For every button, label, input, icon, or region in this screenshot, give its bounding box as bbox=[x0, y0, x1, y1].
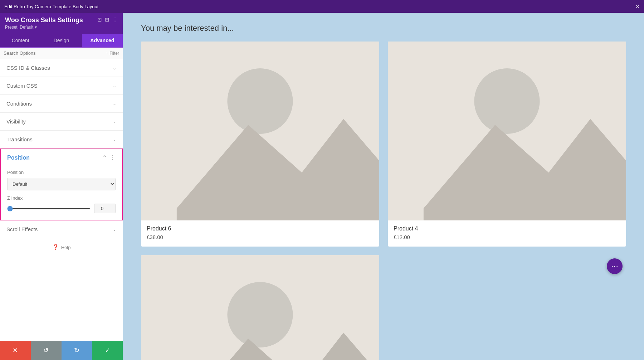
title-bar-text: Edit Retro Toy Camera Template Body Layo… bbox=[4, 4, 98, 9]
product-card-1: Product 4 £12.00 bbox=[388, 42, 626, 247]
sidebar-header-row: Woo Cross Sells Settings Preset: Default… bbox=[5, 16, 118, 30]
svg-point-5 bbox=[474, 68, 540, 134]
responsive-icon[interactable]: ⊡ bbox=[97, 16, 102, 23]
preview-title: You may be interested in... bbox=[141, 24, 626, 33]
z-index-slider[interactable] bbox=[7, 208, 91, 209]
sidebar: Woo Cross Sells Settings Preset: Default… bbox=[0, 13, 123, 360]
tab-advanced[interactable]: Advanced bbox=[82, 34, 123, 47]
tab-content[interactable]: Content bbox=[0, 34, 41, 47]
more-options-icon[interactable]: ⋮ bbox=[112, 16, 118, 23]
z-index-row: Z Index bbox=[7, 195, 116, 213]
accordion-scroll-effects: Scroll Effects ⌄ bbox=[0, 220, 123, 238]
filter-button[interactable]: + Filter bbox=[106, 51, 119, 56]
svg-point-9 bbox=[227, 282, 293, 347]
z-index-input[interactable] bbox=[94, 204, 116, 213]
product-image-0 bbox=[141, 42, 379, 220]
product-name-0: Product 6 bbox=[147, 225, 374, 232]
redo-button[interactable]: ↻ bbox=[62, 341, 92, 360]
columns-icon[interactable]: ⊞ bbox=[105, 16, 109, 23]
floating-action-button[interactable]: ⋯ bbox=[607, 258, 623, 274]
tab-design[interactable]: Design bbox=[41, 34, 82, 47]
position-title: Position bbox=[7, 155, 30, 161]
accordion-label-conditions: Conditions bbox=[6, 101, 32, 107]
product-price-1: £12.00 bbox=[394, 234, 620, 240]
chevron-down-icon: ⌄ bbox=[113, 137, 116, 142]
slider-row bbox=[7, 204, 116, 213]
z-index-label: Z Index bbox=[7, 195, 116, 201]
accordion-custom-css: Custom CSS ⌄ bbox=[0, 77, 123, 95]
help-icon: ❓ bbox=[52, 244, 59, 250]
accordion-header-css-id-classes[interactable]: CSS ID & Classes ⌄ bbox=[0, 59, 123, 77]
product-card-2: Product 3 bbox=[141, 255, 379, 360]
undo-button[interactable]: ↺ bbox=[31, 341, 62, 360]
position-field-label: Position bbox=[7, 170, 116, 175]
product-image-2 bbox=[141, 255, 379, 360]
accordion-conditions: Conditions ⌄ bbox=[0, 95, 123, 113]
preview-area: You may be interested in... Product 6 £3… bbox=[123, 13, 644, 360]
position-header-icons: ⌃ ⋮ bbox=[102, 154, 116, 161]
accordion-css-id-classes: CSS ID & Classes ⌄ bbox=[0, 59, 123, 77]
accordion-label-transitions: Transitions bbox=[6, 136, 33, 142]
chevron-down-icon: ⌄ bbox=[113, 65, 116, 70]
svg-point-1 bbox=[227, 68, 293, 134]
title-bar: Edit Retro Toy Camera Template Body Layo… bbox=[0, 0, 644, 13]
product-info-0: Product 6 £38.00 bbox=[141, 220, 379, 247]
preset-selector[interactable]: Preset: Default ▾ bbox=[5, 25, 83, 30]
position-body: Position Default Static Relative Absolut… bbox=[1, 166, 122, 220]
close-button[interactable]: ✕ bbox=[635, 3, 640, 10]
accordion-label-custom-css: Custom CSS bbox=[6, 83, 38, 89]
sidebar-module-info: Woo Cross Sells Settings Preset: Default… bbox=[5, 16, 83, 30]
accordion-header-transitions[interactable]: Transitions ⌄ bbox=[0, 131, 123, 148]
header-icons: ⊡ ⊞ ⋮ bbox=[97, 16, 118, 23]
chevron-down-icon: ⌄ bbox=[113, 119, 116, 124]
product-card-0: Product 6 £38.00 bbox=[141, 42, 379, 247]
help-row[interactable]: ❓ Help bbox=[0, 238, 123, 256]
position-header[interactable]: Position ⌃ ⋮ bbox=[1, 149, 122, 166]
sidebar-header: Woo Cross Sells Settings Preset: Default… bbox=[0, 13, 123, 34]
product-image-1 bbox=[388, 42, 626, 220]
chevron-down-icon: ⌄ bbox=[113, 227, 116, 232]
accordion-label-scroll-effects: Scroll Effects bbox=[6, 226, 38, 232]
chevron-down-icon: ⌄ bbox=[113, 83, 116, 88]
discard-button[interactable]: ✕ bbox=[0, 341, 31, 360]
module-title: Woo Cross Sells Settings bbox=[5, 16, 83, 24]
search-input[interactable] bbox=[4, 50, 106, 56]
sidebar-content: CSS ID & Classes ⌄ Custom CSS ⌄ Conditio… bbox=[0, 59, 123, 341]
accordion-visibility: Visibility ⌄ bbox=[0, 113, 123, 131]
accordion-header-custom-css[interactable]: Custom CSS ⌄ bbox=[0, 77, 123, 94]
main-layout: Woo Cross Sells Settings Preset: Default… bbox=[0, 13, 644, 360]
more-options-icon: ⋮ bbox=[110, 154, 116, 161]
accordion-header-conditions[interactable]: Conditions ⌄ bbox=[0, 95, 123, 112]
product-name-1: Product 4 bbox=[394, 225, 620, 232]
accordion-header-scroll-effects[interactable]: Scroll Effects ⌄ bbox=[0, 220, 123, 238]
tabs-bar: Content Design Advanced bbox=[0, 34, 123, 48]
accordion-transitions: Transitions ⌄ bbox=[0, 131, 123, 149]
position-section: Position ⌃ ⋮ Position Default Static Rel… bbox=[0, 149, 123, 220]
preset-chevron-icon: ▾ bbox=[35, 25, 37, 30]
preset-label: Preset: Default bbox=[5, 25, 33, 30]
help-label: Help bbox=[61, 245, 71, 250]
product-price-0: £38.00 bbox=[147, 234, 374, 240]
product-info-1: Product 4 £12.00 bbox=[388, 220, 626, 247]
products-grid: Product 6 £38.00 Product 4 £12.00 bbox=[141, 42, 626, 360]
chevron-down-icon: ⌄ bbox=[113, 101, 116, 106]
accordion-label-visibility: Visibility bbox=[6, 118, 26, 125]
search-row: + Filter bbox=[0, 48, 123, 59]
chevron-up-icon: ⌃ bbox=[102, 154, 107, 161]
accordion-label-css-id-classes: CSS ID & Classes bbox=[6, 65, 50, 71]
position-select[interactable]: Default Static Relative Absolute Fixed S… bbox=[7, 178, 116, 190]
accordion-header-visibility[interactable]: Visibility ⌄ bbox=[0, 113, 123, 130]
save-button[interactable]: ✓ bbox=[92, 341, 123, 360]
bottom-bar: ✕ ↺ ↻ ✓ bbox=[0, 341, 123, 360]
